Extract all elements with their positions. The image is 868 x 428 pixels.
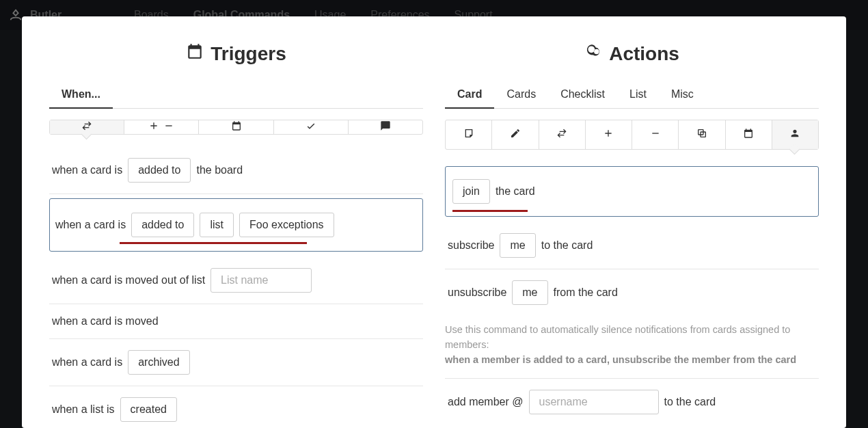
- trigger-rule[interactable]: when a list is created: [49, 386, 423, 428]
- rule-chip-list-name[interactable]: Foo exceptions: [239, 213, 334, 237]
- rule-text: when a card is: [55, 219, 126, 231]
- user-icon: [789, 128, 800, 142]
- action-rule-selected[interactable]: join the card: [445, 166, 819, 217]
- exchange-icon: [81, 120, 92, 134]
- tab-when[interactable]: When...: [49, 81, 113, 109]
- rule-text: add member @: [448, 396, 524, 408]
- rule-text: from the card: [554, 286, 618, 299]
- emphasis-underline: [452, 210, 528, 212]
- command-builder-modal: Triggers When...: [22, 16, 846, 428]
- action-cat-add[interactable]: [586, 120, 632, 149]
- actions-title-text: Actions: [609, 43, 679, 65]
- tab-cards[interactable]: Cards: [494, 81, 548, 108]
- trigger-rule[interactable]: when a card is archived: [49, 339, 423, 386]
- list-name-input[interactable]: [211, 268, 312, 293]
- action-cat-note[interactable]: [446, 120, 492, 149]
- help-text: Use this command to automatically silenc…: [445, 323, 819, 367]
- tab-checklist[interactable]: Checklist: [548, 81, 617, 108]
- rule-text: the board: [196, 164, 243, 176]
- rule-text: when a card is moved: [52, 315, 159, 327]
- calendar-icon: [231, 120, 242, 134]
- trigger-cat-move[interactable]: [50, 120, 124, 134]
- rule-chip-me[interactable]: me: [500, 233, 535, 258]
- action-rule[interactable]: subscribe me to the card: [445, 222, 819, 269]
- rule-text: to the card: [664, 396, 716, 408]
- triggers-tabs: When...: [49, 81, 423, 109]
- action-cat-move[interactable]: [539, 120, 586, 149]
- tab-misc[interactable]: Misc: [659, 81, 706, 108]
- comment-icon: [380, 120, 391, 134]
- triggers-title-text: Triggers: [211, 43, 286, 65]
- tab-card[interactable]: Card: [445, 81, 494, 109]
- action-rule[interactable]: unsubscribe me from the card: [445, 269, 819, 316]
- minus-icon: [650, 128, 661, 142]
- username-input[interactable]: [529, 390, 659, 414]
- copy-icon: [696, 128, 707, 142]
- actions-panel: Actions Card Cards Checklist List Misc: [445, 38, 819, 428]
- rule-text: when a list is: [52, 403, 115, 416]
- trigger-cat-date[interactable]: [199, 120, 273, 134]
- rule-chip-list[interactable]: list: [200, 213, 234, 237]
- rule-chip-added-to[interactable]: added to: [131, 213, 194, 237]
- trigger-cat-check[interactable]: [274, 120, 349, 134]
- trigger-cat-comment[interactable]: [349, 120, 422, 134]
- action-rule-add-member[interactable]: add member @ to the card: [445, 379, 819, 425]
- rule-chip-archived[interactable]: archived: [128, 350, 189, 375]
- help-example: when a member is added to a card, unsubs…: [445, 354, 796, 365]
- action-cat-date[interactable]: [726, 120, 772, 149]
- actions-title: Actions: [445, 42, 819, 65]
- trigger-rule-selected[interactable]: when a card is added to list Foo excepti…: [49, 198, 423, 252]
- help-intro: Use this command to automatically silenc…: [445, 324, 790, 350]
- triggers-category-toolbar: [49, 120, 423, 135]
- minus-icon: [163, 120, 174, 134]
- rule-chip-created[interactable]: created: [120, 397, 177, 422]
- rule-text: unsubscribe: [448, 286, 506, 299]
- plus-icon: [603, 128, 614, 142]
- action-cat-remove[interactable]: [632, 120, 679, 149]
- edit-icon: [510, 128, 521, 142]
- gears-icon: [584, 42, 602, 65]
- action-rules: join the card subscribe me to the card u…: [445, 162, 819, 425]
- triggers-panel: Triggers When...: [49, 38, 423, 428]
- trigger-rule[interactable]: when a card is moved out of list: [49, 257, 423, 304]
- actions-tabs: Card Cards Checklist List Misc: [445, 81, 819, 109]
- rule-chip-me[interactable]: me: [512, 280, 547, 305]
- triggers-title: Triggers: [49, 42, 423, 65]
- emphasis-underline: [120, 242, 307, 244]
- rule-text: when a card is: [52, 356, 122, 369]
- action-cat-member[interactable]: [772, 120, 818, 149]
- trigger-cat-add-remove[interactable]: [124, 120, 199, 134]
- action-cat-edit[interactable]: [492, 120, 539, 149]
- actions-category-toolbar: [445, 120, 819, 150]
- trigger-rule[interactable]: when a card is moved: [49, 304, 423, 339]
- rule-text: when a card is: [52, 164, 122, 176]
- rule-text: the card: [496, 185, 535, 198]
- plus-icon: [148, 120, 159, 134]
- trigger-rule[interactable]: when a card is added to the board: [49, 147, 423, 194]
- calendar-icon: [186, 42, 204, 65]
- calendar-icon: [743, 128, 754, 142]
- trigger-rules: when a card is added to the board when a…: [49, 147, 423, 428]
- exchange-icon: [556, 128, 567, 142]
- rule-chip-added-to[interactable]: added to: [128, 158, 191, 183]
- check-icon: [306, 120, 316, 134]
- rule-text: to the card: [541, 239, 593, 252]
- tab-list[interactable]: List: [617, 81, 659, 108]
- rule-text: subscribe: [448, 239, 494, 252]
- rule-text: when a card is moved out of list: [52, 274, 205, 286]
- action-cat-copy[interactable]: [679, 120, 725, 149]
- rule-chip-join[interactable]: join: [452, 179, 490, 204]
- sticky-note-icon: [463, 128, 474, 142]
